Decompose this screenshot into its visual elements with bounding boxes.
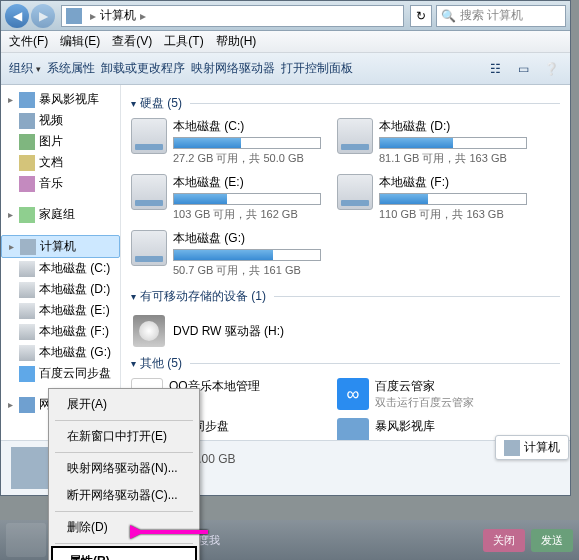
view-mode-button[interactable]: ☷	[484, 58, 506, 80]
ico-hd-icon	[19, 303, 35, 319]
ico-baidu-icon: ∞	[337, 378, 369, 410]
sysprops-button[interactable]: 系统属性	[47, 60, 95, 77]
ctx-newwindow[interactable]: 在新窗口中打开(E)	[51, 423, 197, 450]
drive-stat: 27.2 GB 可用，共 50.0 GB	[173, 151, 321, 166]
drive-item[interactable]: 本地磁盘 (F:)110 GB 可用，共 163 GB	[337, 174, 527, 222]
drive-item[interactable]: 本地磁盘 (C:)27.2 GB 可用，共 50.0 GB	[131, 118, 321, 166]
back-button[interactable]: ◀	[5, 4, 29, 28]
collapse-icon: ▾	[131, 98, 136, 109]
sidebar-item[interactable]: 百度云同步盘	[1, 363, 120, 384]
computer-icon	[504, 440, 520, 456]
expand-icon[interactable]: ▸	[6, 241, 16, 252]
expand-icon[interactable]: ▸	[5, 94, 15, 105]
ico-vid-icon	[19, 113, 35, 129]
taskbar-app-1[interactable]	[6, 523, 46, 557]
item-sub: 双击运行百度云管家	[375, 395, 474, 410]
sidebar-item[interactable]: 本地磁盘 (E:)	[1, 300, 120, 321]
drive-usage-bar	[379, 193, 527, 205]
drive-usage-bar	[173, 193, 321, 205]
uninstall-button[interactable]: 卸载或更改程序	[101, 60, 185, 77]
menu-file[interactable]: 文件(F)	[3, 33, 54, 50]
sidebar-item-label: 家庭组	[39, 206, 75, 223]
sidebar-item[interactable]: 本地磁盘 (G:)	[1, 342, 120, 363]
sidebar-item[interactable]: 音乐	[1, 173, 120, 194]
hdd-icon	[131, 230, 167, 266]
expand-icon[interactable]: ▸	[5, 399, 15, 410]
menu-view[interactable]: 查看(V)	[106, 33, 158, 50]
hdd-icon	[131, 174, 167, 210]
sidebar-item[interactable]: 本地磁盘 (C:)	[1, 258, 120, 279]
other-item[interactable]: ∞百度云管家双击运行百度云管家	[337, 378, 527, 410]
navigation-pane[interactable]: ▸暴风影视库视频图片文档音乐▸家庭组▸计算机本地磁盘 (C:)本地磁盘 (D:)…	[1, 85, 121, 440]
ctx-disconnect[interactable]: 断开网络驱动器(C)...	[51, 482, 197, 509]
collapse-icon: ▾	[131, 358, 136, 369]
drive-usage-bar	[173, 137, 321, 149]
search-icon: 🔍	[441, 9, 456, 23]
hdd-icon	[337, 118, 373, 154]
menu-help[interactable]: 帮助(H)	[210, 33, 263, 50]
sidebar-item[interactable]: 本地磁盘 (D:)	[1, 279, 120, 300]
breadcrumb-sep-2: ▸	[140, 9, 146, 23]
ico-lib-icon	[19, 92, 35, 108]
ctx-properties[interactable]: 属性(R)	[51, 546, 197, 560]
refresh-button[interactable]: ↻	[410, 5, 432, 27]
ctx-mapnet[interactable]: 映射网络驱动器(N)...	[51, 455, 197, 482]
group-removable[interactable]: ▾ 有可移动存储的设备 (1)	[131, 288, 560, 305]
menu-tools[interactable]: 工具(T)	[158, 33, 209, 50]
sidebar-item[interactable]: 图片	[1, 131, 120, 152]
group-other-title: 其他 (5)	[140, 355, 182, 372]
sidebar-item-label: 计算机	[40, 238, 76, 255]
menu-edit[interactable]: 编辑(E)	[54, 33, 106, 50]
help-icon[interactable]: ❔	[540, 58, 562, 80]
hdd-icon	[131, 118, 167, 154]
sidebar-item[interactable]: ▸暴风影视库	[1, 89, 120, 110]
sidebar-item[interactable]: 视频	[1, 110, 120, 131]
toolbar: 组织 系统属性 卸载或更改程序 映射网络驱动器 打开控制面板 ☷ ▭ ❔	[1, 53, 570, 85]
ico-hd-icon	[19, 324, 35, 340]
sidebar-item-label: 本地磁盘 (G:)	[39, 344, 111, 361]
breadcrumb[interactable]: ▸ 计算机 ▸	[61, 5, 404, 27]
sidebar-item[interactable]: ▸计算机	[1, 235, 120, 258]
drive-name: 本地磁盘 (C:)	[173, 118, 321, 135]
sidebar-item-label: 暴风影视库	[39, 91, 99, 108]
ico-hd-icon	[19, 261, 35, 277]
ico-doc-icon	[19, 155, 35, 171]
drive-item[interactable]: 本地磁盘 (D:)81.1 GB 可用，共 163 GB	[337, 118, 527, 166]
drive-name: 本地磁盘 (E:)	[173, 174, 321, 191]
drive-name: 本地磁盘 (F:)	[379, 174, 527, 191]
forward-button[interactable]: ▶	[31, 4, 55, 28]
sidebar-item-label: 音乐	[39, 175, 63, 192]
badge-label: 计算机	[524, 439, 560, 456]
explorer-body: ▸暴风影视库视频图片文档音乐▸家庭组▸计算机本地磁盘 (C:)本地磁盘 (D:)…	[1, 85, 570, 440]
ico-cloud-icon	[19, 366, 35, 382]
organize-button[interactable]: 组织	[9, 60, 41, 77]
search-input[interactable]: 🔍 搜索 计算机	[436, 5, 566, 27]
drive-usage-bar	[173, 249, 321, 261]
ico-pic-icon	[19, 134, 35, 150]
sidebar-item[interactable]: 文档	[1, 152, 120, 173]
drive-usage-bar	[379, 137, 527, 149]
preview-pane-button[interactable]: ▭	[512, 58, 534, 80]
ico-net-icon	[19, 397, 35, 413]
computer-badge[interactable]: 计算机	[495, 435, 569, 460]
group-other[interactable]: ▾ 其他 (5)	[131, 355, 560, 372]
send-button[interactable]: 发送	[531, 529, 573, 552]
ico-mus-icon	[19, 176, 35, 192]
breadcrumb-sep: ▸	[90, 9, 96, 23]
drive-item[interactable]: 本地磁盘 (G:)50.7 GB 可用，共 161 GB	[131, 230, 321, 278]
group-hdd[interactable]: ▾ 硬盘 (5)	[131, 95, 560, 112]
sidebar-item[interactable]: ▸家庭组	[1, 204, 120, 225]
ctrlpanel-button[interactable]: 打开控制面板	[281, 60, 353, 77]
dvd-drive[interactable]: DVD RW 驱动器 (H:)	[131, 311, 560, 351]
close-button[interactable]: 关闭	[483, 529, 525, 552]
sidebar-item[interactable]: 本地磁盘 (F:)	[1, 321, 120, 342]
expand-icon[interactable]: ▸	[5, 209, 15, 220]
ico-pc-icon	[20, 239, 36, 255]
drive-item[interactable]: 本地磁盘 (E:)103 GB 可用，共 162 GB	[131, 174, 321, 222]
mapnet-button[interactable]: 映射网络驱动器	[191, 60, 275, 77]
sidebar-item-label: 图片	[39, 133, 63, 150]
content-pane[interactable]: ▾ 硬盘 (5) 本地磁盘 (C:)27.2 GB 可用，共 50.0 GB本地…	[121, 85, 570, 440]
sidebar-item-label: 本地磁盘 (C:)	[39, 260, 110, 277]
group-removable-title: 有可移动存储的设备 (1)	[140, 288, 266, 305]
ctx-expand[interactable]: 展开(A)	[51, 391, 197, 418]
